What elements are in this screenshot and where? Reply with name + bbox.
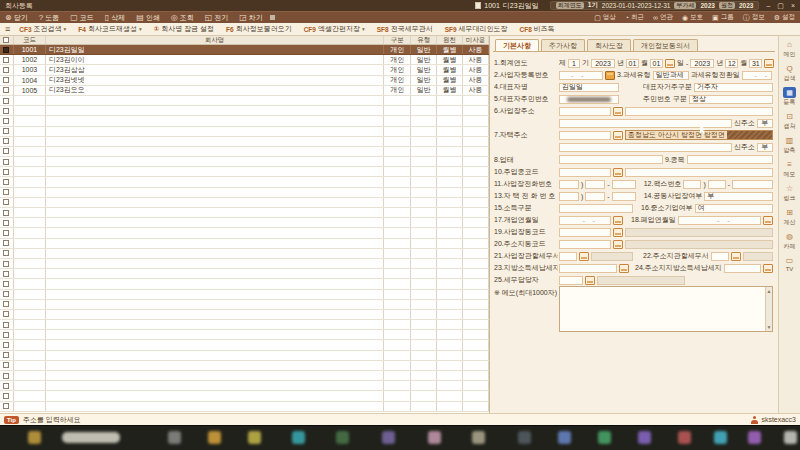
fiscal-term-input[interactable]: 1 xyxy=(568,59,580,68)
tab-company-stamp[interactable]: 회사도장 xyxy=(587,39,631,51)
scroll-down-icon[interactable]: ▼ xyxy=(767,324,772,330)
company-row[interactable] xyxy=(0,116,489,126)
condition-search-menu[interactable]: CF3조건검색▾ xyxy=(19,24,66,34)
home-tax-office-code-input[interactable] xyxy=(711,252,729,261)
close-button[interactable]: ⊗닫기 xyxy=(5,13,28,23)
company-row[interactable]: 1005디23김오오개인일반월별사용 xyxy=(0,86,489,96)
biztalk-menu[interactable]: CF8비즈톡 xyxy=(520,24,555,34)
home-phone-area-input[interactable] xyxy=(559,192,579,201)
sme-status-input[interactable]: 여 xyxy=(695,204,773,213)
address-autocomplete[interactable]: 충청남도 아산시 탕정면 탕정면 xyxy=(625,130,773,140)
taskbar-icon[interactable] xyxy=(714,431,727,444)
taskbar-icon[interactable] xyxy=(208,431,221,444)
biz-address-detail-input[interactable] xyxy=(559,119,732,128)
row-checkbox[interactable] xyxy=(3,332,9,338)
company-row[interactable] xyxy=(0,137,489,147)
home-address-search-icon[interactable] xyxy=(613,131,623,140)
company-row[interactable] xyxy=(0,167,489,177)
company-row[interactable] xyxy=(0,239,489,249)
row-checkbox[interactable] xyxy=(3,199,9,205)
tax-manager-code-input[interactable] xyxy=(559,276,583,285)
biz-phone-area-input[interactable] xyxy=(559,180,579,189)
row-checkbox[interactable] xyxy=(3,352,9,358)
fax-mid-input[interactable] xyxy=(708,180,726,189)
company-row[interactable] xyxy=(0,279,489,289)
row-checkbox[interactable] xyxy=(3,301,9,307)
business-type-input[interactable] xyxy=(559,155,663,164)
company-row[interactable] xyxy=(0,177,489,187)
row-checkbox[interactable] xyxy=(3,230,9,236)
biz-district-code-input[interactable] xyxy=(559,228,611,237)
prev-period-button[interactable]: ◱전기 xyxy=(205,13,229,23)
row-checkbox[interactable] xyxy=(3,148,9,154)
start-day-input[interactable]: 01 xyxy=(650,59,663,68)
row-checkbox[interactable] xyxy=(3,179,9,185)
row-checkbox[interactable] xyxy=(3,373,9,379)
company-row[interactable] xyxy=(0,290,489,300)
ssn-status-input[interactable]: 정상 xyxy=(689,95,773,104)
biz-phone-mid-input[interactable] xyxy=(585,180,605,189)
row-checkbox[interactable] xyxy=(3,240,9,246)
row-checkbox[interactable] xyxy=(3,281,9,287)
biz-tax-office-code-input[interactable] xyxy=(559,252,577,261)
company-row[interactable] xyxy=(0,361,489,371)
recent-button[interactable]: ◔최근 xyxy=(625,13,644,23)
tab-extra[interactable]: 추가사항 xyxy=(541,39,585,51)
row-checkbox[interactable] xyxy=(3,220,9,226)
fax-area-input[interactable] xyxy=(683,180,701,189)
fax-last-input[interactable] xyxy=(732,180,773,189)
home-new-address-input[interactable]: 부 xyxy=(757,143,773,152)
row-checkbox[interactable] xyxy=(3,311,9,317)
biz-address-search-icon[interactable] xyxy=(613,107,623,116)
business-item-input[interactable] xyxy=(687,155,773,164)
sidebar-item-calc[interactable]: ⊞계산 xyxy=(783,207,796,227)
help-button[interactable]: ?도움 xyxy=(39,13,59,23)
close-window-button[interactable]: × xyxy=(791,1,795,10)
taskbar-icon[interactable] xyxy=(678,431,691,444)
company-row[interactable] xyxy=(0,300,489,310)
taskbar-icon[interactable] xyxy=(748,431,761,444)
related-button[interactable]: ∞연관 xyxy=(653,13,673,23)
taskbar-icon[interactable] xyxy=(292,431,305,444)
row-checkbox[interactable] xyxy=(3,159,9,165)
sidebar-item-search[interactable]: Q검색 xyxy=(783,63,796,83)
start-button[interactable] xyxy=(28,431,41,444)
company-row[interactable] xyxy=(0,218,489,228)
taskbar-icon[interactable] xyxy=(248,431,261,444)
home-district-search-icon[interactable] xyxy=(613,240,623,249)
joint-business-input[interactable]: 부 xyxy=(704,192,773,201)
taskbar-icon[interactable] xyxy=(558,431,571,444)
row-checkbox[interactable] xyxy=(3,169,9,175)
minimize-button[interactable]: – xyxy=(766,1,770,10)
row-checkbox[interactable] xyxy=(3,77,9,83)
row-checkbox[interactable] xyxy=(3,57,9,63)
row-checkbox[interactable] xyxy=(3,250,9,256)
company-row[interactable] xyxy=(0,371,489,381)
income-type-input[interactable] xyxy=(559,204,633,213)
company-row[interactable] xyxy=(0,188,489,198)
company-row[interactable] xyxy=(0,269,489,279)
row-checkbox[interactable] xyxy=(3,128,9,134)
close-date-picker-icon[interactable] xyxy=(763,216,773,225)
company-row[interactable] xyxy=(0,147,489,157)
company-row[interactable] xyxy=(0,228,489,238)
taskbar-icon[interactable] xyxy=(428,431,441,444)
maximize-button[interactable]: ▢ xyxy=(777,1,784,10)
end-day-input[interactable]: 31 xyxy=(749,59,762,68)
company-row[interactable] xyxy=(0,340,489,350)
sidebar-item-main[interactable]: ⌂메인 xyxy=(783,39,796,59)
end-date-picker-icon[interactable] xyxy=(764,59,774,68)
biz-address-input[interactable] xyxy=(625,107,773,116)
row-checkbox[interactable] xyxy=(3,138,9,144)
search-button[interactable]: ◎조회 xyxy=(171,13,194,23)
company-row[interactable] xyxy=(0,351,489,361)
row-checkbox[interactable] xyxy=(3,322,9,328)
home-tax-office-search-icon[interactable] xyxy=(731,252,741,261)
group-button[interactable]: ▣그룹 xyxy=(712,13,734,23)
row-checkbox[interactable] xyxy=(3,47,9,53)
row-checkbox[interactable] xyxy=(3,362,9,368)
company-row[interactable] xyxy=(0,106,489,116)
excel-quick-save-menu[interactable]: CF9엑셀간편저장▾ xyxy=(304,24,365,34)
taskbar-icon[interactable] xyxy=(382,431,395,444)
taskbar-icon[interactable] xyxy=(518,431,531,444)
